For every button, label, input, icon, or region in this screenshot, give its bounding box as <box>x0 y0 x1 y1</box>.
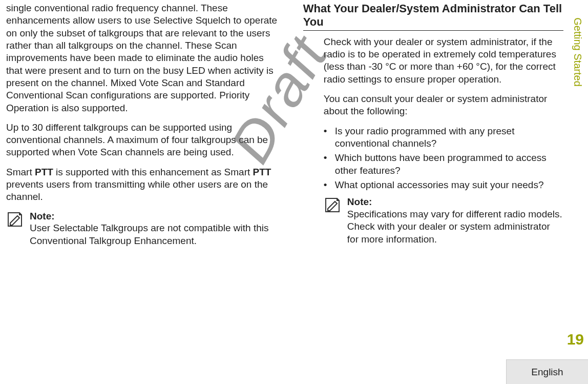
bullet-marker: • <box>324 125 335 150</box>
left-p3-ptt2: PTT <box>253 167 271 177</box>
heading-rule <box>303 30 563 31</box>
left-p3-mid: is supported with this enhancement as Sm… <box>53 167 253 177</box>
left-paragraph-1: single conventional radio frequency chan… <box>6 2 279 114</box>
left-note-block: Note: User Selectable Talkgroups are not… <box>6 211 279 247</box>
left-p3-ptt1: PTT <box>35 167 53 177</box>
note-icon <box>324 196 342 214</box>
bullet-item: • Is your radio programmed with any pres… <box>324 125 563 150</box>
content-columns: single conventional radio frequency chan… <box>6 0 563 254</box>
right-note-body: Note: Specifications may vary for differ… <box>347 196 563 246</box>
left-note-body: Note: User Selectable Talkgroups are not… <box>30 211 279 247</box>
language-label: English <box>531 367 563 378</box>
right-content: Check with your dealer or system adminis… <box>303 36 563 246</box>
right-heading: What Your Dealer/System Administrator Ca… <box>303 2 563 29</box>
language-box: English <box>506 359 588 384</box>
bullet-item: • What optional accessories may suit you… <box>324 179 563 191</box>
right-note-text: Specifications may vary for different ra… <box>347 208 563 246</box>
bullet-item: • Which buttons have been programmed to … <box>324 152 563 177</box>
page-number: 19 <box>567 331 584 348</box>
left-paragraph-2: Up to 30 different talkgroups can be sup… <box>6 122 279 159</box>
left-p3-pre: Smart <box>6 167 35 177</box>
left-note-text: User Selectable Talkgroups are not compa… <box>30 222 279 247</box>
left-column: single conventional radio frequency chan… <box>6 0 279 254</box>
left-note-title: Note: <box>30 211 279 223</box>
bullet-text: Which buttons have been programmed to ac… <box>335 152 563 177</box>
bullet-text: Is your radio programmed with any preset… <box>335 125 563 150</box>
right-bullet-list: • Is your radio programmed with any pres… <box>324 125 563 192</box>
side-tab: Getting Started <box>570 3 585 100</box>
bullet-marker: • <box>324 152 335 177</box>
right-paragraph-1: Check with your dealer or system adminis… <box>324 36 563 86</box>
left-paragraph-3: Smart PTT is supported with this enhance… <box>6 166 279 204</box>
right-note-title: Note: <box>347 196 563 208</box>
left-p3-post: prevents users from transmitting while o… <box>6 179 268 202</box>
right-note-block: Note: Specifications may vary for differ… <box>324 196 563 246</box>
document-page: Draft Getting Started single conventiona… <box>0 0 588 384</box>
bullet-marker: • <box>324 179 335 191</box>
right-column: What Your Dealer/System Administrator Ca… <box>291 0 563 254</box>
note-icon <box>6 211 25 228</box>
bullet-text: What optional accessories may suit your … <box>335 179 563 191</box>
side-tab-label: Getting Started <box>572 17 583 87</box>
right-paragraph-2: You can consult your dealer or system ad… <box>324 93 563 118</box>
